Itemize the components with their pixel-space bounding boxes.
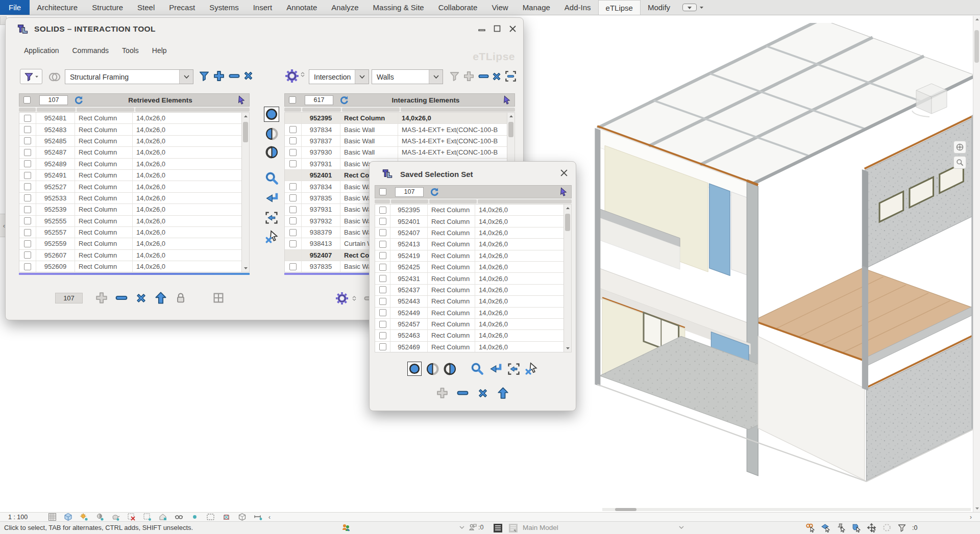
ribbon-display-toggle[interactable]	[682, 4, 697, 11]
scrollbar-thumb[interactable]	[508, 122, 513, 137]
ribbon-tab-structure[interactable]: Structure	[85, 0, 130, 15]
row-checkbox[interactable]	[379, 241, 386, 248]
interaction-mode-dropdown[interactable]: Intersection	[309, 69, 369, 84]
interaction-settings-gear-icon[interactable]	[284, 68, 300, 84]
row-checkbox[interactable]	[289, 263, 297, 270]
scrollbar-thumb[interactable]	[243, 122, 248, 142]
add-elements-icon[interactable]	[213, 70, 225, 82]
editable-worksets-badge[interactable]: :0	[469, 523, 483, 531]
row-checkbox[interactable]	[379, 252, 386, 259]
ribbon-tab-file[interactable]: File	[0, 0, 30, 15]
lock-icon[interactable]	[175, 292, 187, 304]
table-row[interactable]: 952539Rect Column14,0x26,0	[19, 204, 241, 215]
table-row[interactable]: 952489Rect Column14,0x26,0	[19, 159, 241, 170]
gear-caret-icon[interactable]	[352, 296, 356, 301]
scroll-down-icon[interactable]	[242, 265, 250, 272]
row-checkbox[interactable]	[24, 206, 31, 213]
menu-application[interactable]: Application	[24, 46, 59, 55]
steering-wheel-icon[interactable]	[953, 141, 966, 154]
ribbon-tab-annotate[interactable]: Annotate	[279, 0, 324, 15]
remove-icon[interactable]	[115, 291, 128, 304]
scroll-up-icon[interactable]	[564, 205, 572, 212]
row-checkbox[interactable]	[379, 321, 386, 328]
promote-icon[interactable]	[497, 387, 509, 399]
row-checkbox[interactable]	[379, 286, 386, 293]
row-checkbox[interactable]	[289, 206, 297, 213]
row-checkbox[interactable]	[379, 229, 386, 236]
show-half-left-icon[interactable]	[426, 363, 439, 375]
refresh-icon[interactable]	[339, 95, 349, 105]
ribbon-tab-analyze[interactable]: Analyze	[324, 0, 365, 15]
scroll-down-icon[interactable]	[973, 505, 980, 512]
scroll-up-icon[interactable]	[973, 16, 980, 23]
row-checkbox[interactable]	[379, 218, 386, 225]
table-row[interactable]: 952413Rect Column14,0x26,0	[375, 239, 564, 250]
column-headers[interactable]	[284, 108, 515, 112]
remove-icon[interactable]	[456, 387, 469, 399]
show-half-right-icon[interactable]	[265, 146, 278, 159]
column-headers[interactable]	[19, 108, 250, 112]
table-row[interactable]: 952449Rect Column14,0x26,0	[375, 308, 564, 319]
zoom-to-icon[interactable]	[471, 362, 484, 375]
row-checkbox[interactable]	[289, 217, 297, 224]
no-filter-icon[interactable]	[48, 71, 61, 83]
select-links-icon[interactable]	[805, 523, 815, 532]
chevron-down-icon[interactable]	[355, 70, 369, 84]
ribbon-tab-etlipse[interactable]: eTLipse	[598, 0, 641, 15]
row-checkbox[interactable]	[24, 263, 31, 270]
apply-filter-icon[interactable]	[449, 71, 460, 82]
table-row[interactable]: 952481Rect Column14,0x26,0	[19, 113, 241, 124]
row-checkbox[interactable]	[24, 251, 31, 259]
viewbar-expand-chevron[interactable]: ›	[970, 514, 972, 521]
gear-caret-icon[interactable]	[301, 72, 305, 77]
ribbon-tab-modify[interactable]: Modify	[641, 0, 677, 15]
collapse-selection-icon[interactable]	[505, 70, 517, 82]
table-row[interactable]: 952457Rect Column14,0x26,0	[375, 319, 564, 330]
table-row[interactable]: 952437Rect Column14,0x26,0	[375, 285, 564, 296]
pick-cursor-icon[interactable]	[502, 95, 511, 105]
ribbon-tab-systems[interactable]: Systems	[202, 0, 246, 15]
selection-filter-icon[interactable]	[897, 523, 906, 532]
table-row[interactable]: 952407Rect Column14,0x26,0	[375, 227, 564, 239]
row-checkbox[interactable]	[24, 217, 31, 224]
apply-filter-icon[interactable]	[199, 70, 210, 82]
row-checkbox[interactable]	[379, 207, 386, 214]
row-checkbox[interactable]	[289, 183, 297, 190]
selection-box-icon[interactable]	[206, 513, 215, 521]
clear-icon[interactable]	[477, 387, 489, 399]
zoom-to-icon[interactable]	[265, 171, 279, 185]
box-view-icon[interactable]	[238, 513, 247, 521]
menu-commands[interactable]: Commands	[72, 46, 109, 55]
active-design-option[interactable]: Main Model	[523, 524, 558, 531]
ribbon-tab-architecture[interactable]: Architecture	[30, 0, 85, 15]
ribbon-tab-collaborate[interactable]: Collaborate	[431, 0, 485, 15]
add-elements-icon[interactable]	[463, 70, 475, 82]
table-row[interactable]: 937930Basic WallMAS-14-EXT+ Ext(CONC-100…	[285, 147, 507, 158]
maximize-button[interactable]	[493, 24, 502, 33]
isolate-selection-icon[interactable]	[507, 363, 520, 375]
row-checkbox[interactable]	[289, 149, 297, 156]
table-row[interactable]: 952533Rect Column14,0x26,0	[19, 193, 241, 204]
vertical-scrollbar[interactable]	[973, 16, 980, 512]
scrollbar-thumb[interactable]	[565, 214, 570, 231]
refresh-icon[interactable]	[74, 95, 84, 105]
row-checkbox[interactable]	[24, 149, 31, 156]
constraints-icon[interactable]	[254, 513, 262, 521]
list-scrollbar[interactable]	[241, 113, 249, 272]
minimize-button[interactable]	[477, 24, 486, 33]
row-checkbox[interactable]	[24, 229, 31, 236]
zoom-tool-icon[interactable]	[953, 156, 966, 169]
grid-view-icon[interactable]	[212, 292, 225, 304]
table-row[interactable]: 952469Rect Column14,0x26,0	[375, 342, 564, 352]
show-solids-icon[interactable]	[264, 107, 279, 122]
scroll-up-icon[interactable]	[507, 113, 515, 120]
chevron-down-icon[interactable]	[459, 526, 464, 529]
visual-style-icon[interactable]	[64, 513, 72, 521]
ribbon-tab-massing-site[interactable]: Massing & Site	[366, 0, 431, 15]
detail-level-icon[interactable]	[48, 513, 57, 521]
workset-list-icon[interactable]	[508, 523, 518, 533]
scrollbar-thumb[interactable]	[615, 508, 636, 511]
table-row[interactable]: 952483Rect Column14,0x26,0	[19, 124, 241, 135]
row-checkbox[interactable]	[379, 275, 386, 282]
ribbon-tab-add-ins[interactable]: Add-Ins	[557, 0, 598, 15]
